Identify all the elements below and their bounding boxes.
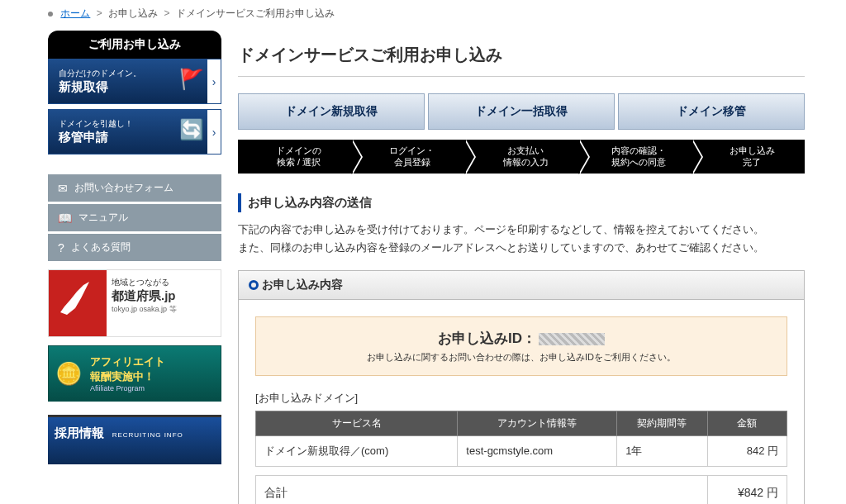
order-panel: お申し込み内容 お申し込みID： お申し込みに関するお問い合わせの際は、お申し込… <box>238 270 805 504</box>
japan-map-icon <box>52 275 102 325</box>
tab-transfer[interactable]: ドメイン移管 <box>618 93 805 130</box>
order-id-box: お申し込みID： お申し込みに関するお問い合わせの際は、お申し込みIDをご利用く… <box>255 316 787 376</box>
step-3: お支払い 情報の入力 <box>464 140 577 174</box>
step-1: ドメインの 検索 / 選択 <box>238 140 351 174</box>
section-heading: お申し込み内容の送信 <box>238 193 805 212</box>
step-5: お申し込み 完了 <box>692 140 805 174</box>
sidebar-contact[interactable]: ✉お問い合わせフォーム <box>48 174 221 202</box>
panel-header: お申し込み内容 <box>239 271 804 300</box>
order-table: サービス名 アカウント情報等 契約期間等 金額 ドメイン新規取得／(com) t… <box>255 411 787 467</box>
flag-icon: 🚩 <box>179 68 204 91</box>
th-price: 金額 <box>707 411 787 435</box>
tab-bar: ドメイン新規取得 ドメイン一括取得 ドメイン移管 <box>238 93 805 130</box>
refresh-icon: 🔄 <box>179 118 204 141</box>
sidebar-transfer[interactable]: ドメインを引越し！ 移管申請 🔄 › <box>48 109 221 155</box>
circle-icon <box>249 280 259 290</box>
description: 下記の内容でお申し込みを受け付けております。ページを印刷するなどして、情報を控え… <box>238 221 805 257</box>
tab-new[interactable]: ドメイン新規取得 <box>238 93 425 130</box>
breadcrumb-home[interactable]: ホーム <box>60 7 90 19</box>
domain-section-label: [お申し込みドメイン] <box>255 391 787 406</box>
breadcrumb-step1: お申し込み <box>108 7 158 19</box>
chevron-right-icon: › <box>207 59 221 103</box>
banner-affiliate[interactable]: 🪙 アフィリエイト 報酬実施中！ Afiiliate Program <box>48 345 221 402</box>
th-service: サービス名 <box>256 411 458 435</box>
breadcrumb-step2: ドメインサービスご利用お申し込み <box>176 7 335 19</box>
coins-icon: 🪙 <box>55 361 82 387</box>
banner-recruiting[interactable]: 採用情報 RECRUITING INFO <box>48 415 221 464</box>
tab-bulk[interactable]: ドメイン一括取得 <box>428 93 615 130</box>
mail-icon: ✉ <box>58 182 68 195</box>
step-2: ログイン・ 会員登録 <box>351 140 464 174</box>
sidebar-faq[interactable]: ?よくある質問 <box>48 234 221 261</box>
table-row: ドメイン新規取得／(com) test-gcmstyle.com 1年 842 … <box>256 435 787 466</box>
th-term: 契約期間等 <box>617 411 707 435</box>
breadcrumb: ホーム > お申し込み > ドメインサービスご利用お申し込み <box>0 0 846 31</box>
banner-prefecture-jp[interactable]: 地域とつながる 都道府県.jp tokyo.jp osaka.jp 等 <box>48 269 221 337</box>
total-table: 合計 ¥842 円 <box>255 475 787 504</box>
sidebar-new-domain[interactable]: 自分だけのドメイン。 新規取得 🚩 › <box>48 59 221 104</box>
help-icon: ? <box>58 241 64 254</box>
sidebar-manual[interactable]: 📖マニュアル <box>48 204 221 231</box>
sidebar-title: ご利用お申し込み <box>48 31 221 59</box>
order-id-value <box>539 333 605 345</box>
th-account: アカウント情報等 <box>458 411 617 435</box>
book-icon: 📖 <box>58 212 72 225</box>
step-4: 内容の確認・ 規約への同意 <box>578 140 692 174</box>
progress-steps: ドメインの 検索 / 選択 ログイン・ 会員登録 お支払い 情報の入力 内容の確… <box>238 140 805 174</box>
page-title: ドメインサービスご利用お申し込み <box>238 31 805 77</box>
chevron-right-icon: › <box>207 110 221 154</box>
